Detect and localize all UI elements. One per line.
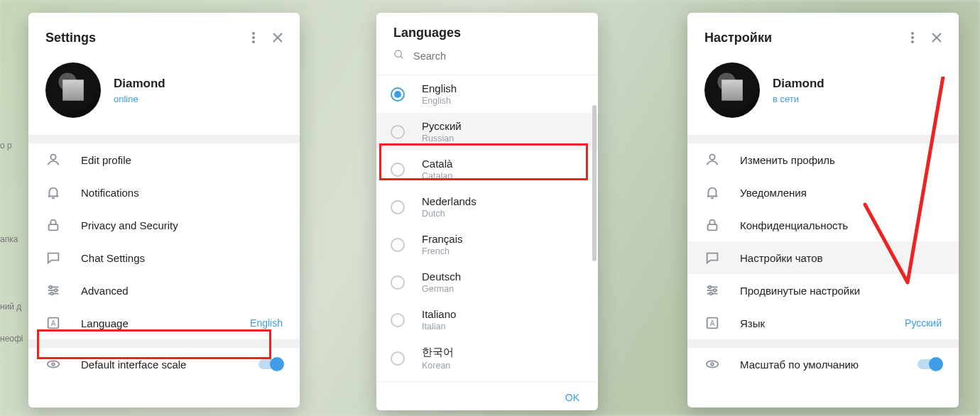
sliders-icon <box>45 283 61 298</box>
menu-item-lang[interactable]: ALanguageEnglish <box>28 307 300 339</box>
eye-icon <box>45 356 61 372</box>
svg-point-15 <box>48 361 60 367</box>
menu-item-value: Русский <box>905 317 942 329</box>
language-item[interactable]: NederlandsDutch <box>376 188 598 226</box>
menu-item-person[interactable]: Изменить профиль <box>687 143 959 176</box>
scale-label: Масштаб по умолчанию <box>740 358 859 371</box>
radio-icon[interactable] <box>391 351 405 366</box>
language-english: Italian <box>422 322 456 332</box>
lang-icon: A <box>45 315 61 331</box>
person-icon <box>45 152 61 168</box>
profile-name: Diamond <box>773 77 824 91</box>
settings-header: Settings <box>28 13 300 58</box>
svg-point-0 <box>252 32 255 35</box>
menu-item-sliders[interactable]: Advanced <box>28 274 300 307</box>
menu-item-label: Advanced <box>81 285 129 297</box>
settings-title-ru: Настройки <box>704 31 772 45</box>
menu-item-chat[interactable]: Chat Settings <box>28 241 300 274</box>
language-english: English <box>422 96 457 106</box>
lock-icon <box>704 217 720 233</box>
profile-row[interactable]: Diamond online <box>28 58 300 135</box>
menu-item-label: Notifications <box>81 187 139 199</box>
language-english: German <box>422 284 461 294</box>
scale-row[interactable]: Default interface scale <box>28 348 300 381</box>
radio-icon[interactable] <box>391 313 405 327</box>
menu-item-label: Язык <box>740 317 765 329</box>
scrollbar[interactable] <box>592 105 597 261</box>
avatar <box>45 62 101 118</box>
search-icon <box>393 49 405 63</box>
search-row <box>376 45 598 75</box>
menu-item-value: English <box>250 317 283 329</box>
menu-item-sliders[interactable]: Продвинутые настройки <box>687 274 959 307</box>
svg-point-19 <box>911 32 914 35</box>
divider <box>28 135 300 143</box>
svg-point-5 <box>50 155 55 160</box>
svg-point-31 <box>709 292 712 295</box>
more-icon[interactable] <box>241 26 266 50</box>
search-input[interactable] <box>413 50 581 62</box>
menu-item-label: Language <box>81 317 129 329</box>
svg-point-10 <box>50 286 53 289</box>
language-english: Russian <box>422 133 462 143</box>
language-item[interactable]: CatalàCatalan <box>376 150 598 188</box>
chat-icon <box>704 250 720 266</box>
more-icon[interactable] <box>900 26 925 50</box>
settings-menu-ru: Изменить профильУведомленияКонфиденциаль… <box>687 143 959 339</box>
menu-item-label: Продвинутые настройки <box>740 285 860 297</box>
svg-point-1 <box>252 36 255 39</box>
divider <box>28 339 300 348</box>
radio-icon[interactable] <box>391 87 405 102</box>
menu-item-lock[interactable]: Privacy and Security <box>28 209 300 241</box>
language-item[interactable]: FrançaisFrench <box>376 226 598 263</box>
profile-status: online <box>114 94 165 104</box>
scale-toggle[interactable] <box>258 359 283 369</box>
language-native: Deutsch <box>422 270 461 283</box>
language-native: Català <box>422 158 452 170</box>
divider <box>687 135 959 143</box>
menu-item-chat[interactable]: Настройки чатов <box>687 241 959 274</box>
language-native: 한국어 <box>422 346 454 359</box>
radio-icon[interactable] <box>391 125 405 139</box>
bell-icon <box>45 185 61 200</box>
language-english: Catalan <box>422 171 452 181</box>
svg-line-18 <box>401 56 403 58</box>
menu-item-person[interactable]: Edit profile <box>28 143 300 176</box>
language-english: Korean <box>422 361 454 371</box>
sliders-icon <box>704 283 720 298</box>
language-item[interactable]: DeutschGerman <box>376 263 598 301</box>
profile-row[interactable]: Diamond в сети <box>687 58 959 135</box>
language-item[interactable]: 한국어Korean <box>376 339 598 378</box>
ok-button[interactable]: OK <box>376 381 598 410</box>
menu-item-label: Уведомления <box>740 187 807 199</box>
menu-item-label: Конфиденциальность <box>740 219 848 231</box>
language-item[interactable]: РусскийRussian <box>376 113 598 150</box>
scale-row[interactable]: Масштаб по умолчанию <box>687 348 959 381</box>
person-icon <box>704 152 720 168</box>
close-icon[interactable] <box>266 26 290 50</box>
scale-toggle[interactable] <box>918 359 942 369</box>
language-item[interactable]: EnglishEnglish <box>376 75 598 113</box>
radio-icon[interactable] <box>391 275 405 290</box>
svg-rect-6 <box>49 224 58 230</box>
avatar <box>704 62 760 118</box>
close-icon[interactable] <box>925 26 949 50</box>
menu-item-bell[interactable]: Notifications <box>28 176 300 209</box>
language-native: Nederlands <box>422 195 477 207</box>
settings-title: Settings <box>45 31 96 45</box>
language-item[interactable]: ItalianoItalian <box>376 301 598 339</box>
radio-icon[interactable] <box>391 163 405 177</box>
lang-icon: A <box>704 315 720 331</box>
menu-item-bell[interactable]: Уведомления <box>687 176 959 209</box>
svg-point-34 <box>707 361 719 367</box>
settings-panel-ru: Настройки Diamond в сети Изменить профил… <box>687 13 959 407</box>
menu-item-lang[interactable]: AЯзыкРусский <box>687 307 959 339</box>
menu-item-label: Chat Settings <box>81 252 145 264</box>
radio-icon[interactable] <box>391 200 405 214</box>
svg-point-30 <box>714 289 717 292</box>
radio-icon[interactable] <box>391 238 405 252</box>
svg-point-24 <box>709 155 714 160</box>
scale-label: Default interface scale <box>81 358 186 371</box>
menu-item-lock[interactable]: Конфиденциальность <box>687 209 959 241</box>
svg-point-35 <box>711 363 714 366</box>
